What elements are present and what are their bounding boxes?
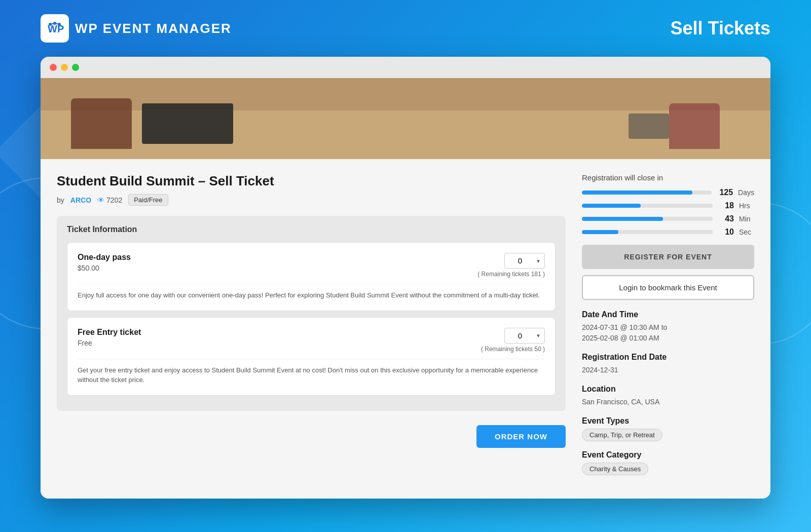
countdown-row-days: 125 Days [582, 188, 754, 197]
countdown-row-min: 43 Min [582, 214, 754, 223]
countdown-value-sec: 10 [718, 227, 734, 237]
eye-icon: 👁 [97, 196, 104, 204]
countdown-label-days: Days [738, 188, 754, 197]
date-time-title: Date And Time [582, 310, 754, 319]
hero-laptop [142, 103, 233, 144]
countdown-label-hrs: Hrs [739, 202, 754, 210]
hero-image [41, 78, 770, 159]
traffic-light-red[interactable] [50, 64, 57, 71]
meta-views: 👁 7202 [97, 196, 122, 204]
ticket-desc-0: Enjoy full access for one day with our c… [78, 284, 545, 300]
page-title: Sell Tickets [671, 18, 770, 39]
ticket-qty-area-0: 0 1 2 3 ( Remaining tickets 181 ) [477, 253, 545, 278]
registration-end-section: Registration End Date 2024-12-31 [582, 353, 754, 375]
date-time-value: 2024-07-31 @ 10:30 AM to2025-02-08 @ 01:… [582, 322, 754, 344]
progress-bar-hrs [582, 204, 713, 208]
progress-fill-min [582, 217, 663, 221]
countdown-label-sec: Sec [739, 228, 754, 236]
reg-close-title: Registration will close in [582, 173, 754, 182]
event-types-badge: Camp, Trip, or Retreat [582, 429, 662, 441]
location-title: Location [582, 385, 754, 394]
event-title: Student Build Summit – Sell Ticket [57, 173, 566, 189]
left-column: Student Build Summit – Sell Ticket by AR… [57, 173, 582, 448]
progress-bar-sec [582, 230, 713, 234]
remaining-tickets-1: ( Remaining tickets 50 ) [481, 346, 545, 353]
countdown-label-min: Min [739, 215, 754, 223]
qty-wrapper-1: 0 1 2 [504, 328, 545, 344]
browser-window: Student Build Summit – Sell Ticket by AR… [41, 57, 770, 499]
right-column: Registration will close in 125 Days 18 H… [582, 173, 754, 484]
ticket-qty-area-1: 0 1 2 ( Remaining tickets 50 ) [481, 328, 545, 353]
meta-by: by [57, 196, 64, 204]
progress-fill-days [582, 191, 692, 195]
event-category-section: Event Category Charity & Causes [582, 450, 754, 475]
ticket-card-0: One-day pass $50.00 0 1 2 3 [67, 242, 556, 311]
ticket-info-title: Ticket Information [67, 225, 556, 234]
location-value: San Francisco, CA, USA [582, 397, 754, 407]
logo-icon: WP [41, 14, 69, 43]
event-meta: by ARCO 👁 7202 Paid/Free [57, 194, 566, 206]
ticket-information-box: Ticket Information One-day pass $50.00 0 [57, 216, 566, 411]
countdown-row-hrs: 18 Hrs [582, 201, 754, 210]
browser-chrome [41, 57, 770, 78]
register-for-event-button[interactable]: REGISTER FOR EVENT [582, 245, 754, 269]
order-now-area: ORDER NOW [57, 421, 566, 448]
ticket-name-1: Free Entry ticket [78, 328, 141, 337]
qty-wrapper-0: 0 1 2 3 [504, 253, 545, 269]
countdown-value-min: 43 [718, 214, 734, 223]
hero-items [629, 113, 669, 139]
header: WP WP EVENT MANAGER Sell Tickets [0, 0, 811, 57]
progress-fill-sec [582, 230, 618, 234]
logo-text: WP EVENT MANAGER [75, 21, 232, 36]
logo-area: WP WP EVENT MANAGER [41, 14, 232, 43]
ticket-card-1: Free Entry ticket Free 0 1 2 [67, 317, 556, 396]
ticket-info-left-1: Free Entry ticket Free [78, 328, 141, 347]
countdown-value-hrs: 18 [718, 201, 734, 210]
event-category-badge: Charity & Causes [582, 463, 648, 475]
ticket-name-0: One-day pass [78, 253, 131, 262]
ticket-price-0: $50.00 [78, 264, 131, 272]
date-time-section: Date And Time 2024-07-31 @ 10:30 AM to20… [582, 310, 754, 344]
registration-close: Registration will close in 125 Days 18 H… [582, 173, 754, 237]
event-types-title: Event Types [582, 416, 754, 426]
views-count: 7202 [106, 196, 122, 204]
ticket-header-0: One-day pass $50.00 0 1 2 3 [78, 253, 545, 278]
traffic-light-green[interactable] [72, 64, 79, 71]
hero-person-right [669, 103, 720, 149]
registration-end-value: 2024-12-31 [582, 365, 754, 375]
registration-end-title: Registration End Date [582, 353, 754, 362]
main-content: Student Build Summit – Sell Ticket by AR… [41, 159, 770, 499]
ticket-desc-1: Get your free entry ticket and enjoy acc… [78, 359, 545, 385]
ticket-info-left-0: One-day pass $50.00 [78, 253, 131, 272]
event-category-title: Event Category [582, 450, 754, 460]
progress-bar-min [582, 217, 713, 221]
remaining-tickets-0: ( Remaining tickets 181 ) [477, 271, 545, 278]
progress-bar-days [582, 191, 712, 195]
event-types-section: Event Types Camp, Trip, or Retreat [582, 416, 754, 441]
meta-author-link[interactable]: ARCO [70, 196, 91, 204]
ticket-qty-select-0[interactable]: 0 1 2 3 [504, 253, 545, 269]
progress-fill-hrs [582, 204, 641, 208]
countdown-row-sec: 10 Sec [582, 227, 754, 237]
location-section: Location San Francisco, CA, USA [582, 385, 754, 407]
ticket-qty-select-1[interactable]: 0 1 2 [504, 328, 545, 344]
order-now-button[interactable]: ORDER NOW [476, 425, 566, 448]
countdown-value-days: 125 [717, 188, 733, 197]
traffic-light-yellow[interactable] [61, 64, 68, 71]
bookmark-event-button[interactable]: Login to bookmark this Event [582, 275, 754, 300]
ticket-header-1: Free Entry ticket Free 0 1 2 [78, 328, 545, 353]
ticket-price-1: Free [78, 339, 141, 347]
event-badge: Paid/Free [128, 194, 168, 206]
hero-person-left [71, 98, 132, 149]
